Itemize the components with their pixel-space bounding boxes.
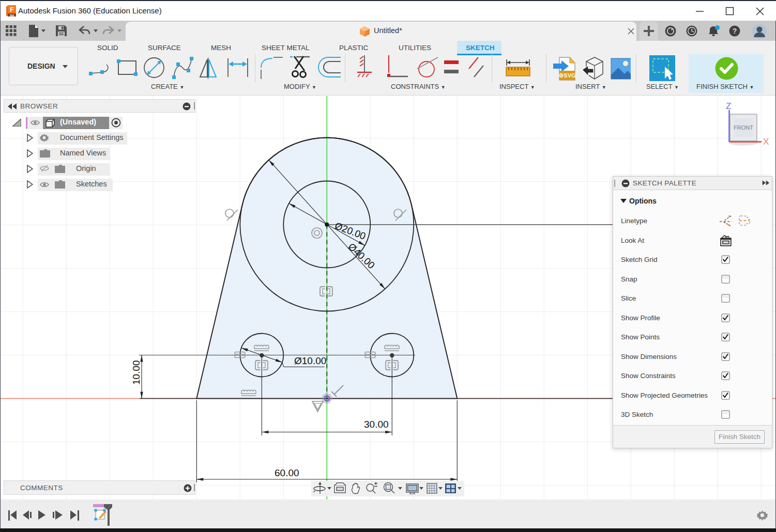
svg-text:X: X (763, 137, 769, 147)
svg-text:Z: Z (726, 101, 731, 111)
svg-text:⚙SVG: ⚙SVG (558, 72, 575, 79)
svg-text:10.00: 10.00 (131, 360, 142, 385)
svg-text:?: ? (733, 27, 737, 35)
svg-text:FRONT: FRONT (734, 124, 753, 131)
svg-text:360: 360 (10, 14, 14, 17)
svg-text:F: F (10, 6, 14, 13)
svg-text:30.00: 30.00 (364, 419, 389, 430)
svg-text:Ø10.00: Ø10.00 (294, 355, 326, 366)
svg-text:60.00: 60.00 (275, 467, 299, 478)
